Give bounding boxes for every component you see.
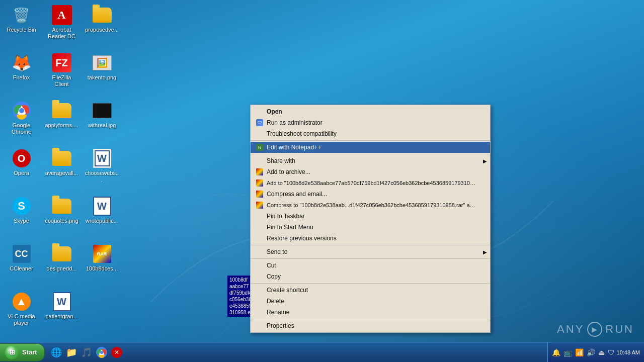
- compress-rar-email-icon: [255, 201, 265, 209]
- wrotepublic-label: wrotepublic...: [86, 218, 118, 224]
- taskbar-explorer-icon[interactable]: 📁: [64, 345, 78, 359]
- context-menu-pin-taskbar[interactable]: Pin to Taskbar: [251, 211, 490, 222]
- context-menu-compress-email[interactable]: Compress and email...: [251, 189, 490, 200]
- tray-display-icon[interactable]: 📺: [564, 348, 572, 356]
- filezilla-icon: FZ: [52, 53, 72, 73]
- choosewebs-icon: W: [92, 148, 112, 168]
- context-menu-cut[interactable]: Cut: [251, 260, 490, 271]
- withreal-icon: [92, 101, 112, 121]
- choosewebs-label: choosewebs...: [85, 170, 119, 183]
- add-archive-icon: [255, 168, 265, 176]
- skype-icon: S: [12, 196, 32, 216]
- context-menu-edit-notepad[interactable]: N Edit with Notepad++: [251, 142, 490, 153]
- opera-label: Opera: [14, 170, 29, 176]
- watermark-play-icon: ▶: [587, 322, 602, 337]
- ccleaner-icon: CC: [12, 244, 32, 264]
- tray-network-icon[interactable]: 📶: [575, 348, 584, 356]
- desktop-icon-chrome[interactable]: Google Chrome: [3, 98, 40, 146]
- desktop-icon-designedd[interactable]: designedd...: [43, 241, 80, 289]
- desktop-icon-proposedve[interactable]: proposedve...: [83, 3, 121, 50]
- context-menu-troubleshoot[interactable]: Troubleshoot compatibility: [251, 128, 490, 139]
- desktop-icon-filezilla[interactable]: FZ FileZilla Client: [43, 50, 80, 98]
- taskbar-chrome-icon[interactable]: [95, 345, 109, 359]
- context-menu-add-rar[interactable]: Add to "100b8d2e538aabce77ab570df759bd1f…: [251, 177, 490, 189]
- compress-email-icon: [255, 190, 265, 198]
- desktop-icon-skype[interactable]: S Skype: [3, 194, 40, 241]
- svg-point-4: [19, 108, 24, 113]
- share-with-arrow: ▶: [483, 158, 487, 164]
- desktop-icon-choosewebs[interactable]: W choosewebs...: [83, 146, 121, 194]
- context-menu-compress-rar-email[interactable]: Compress to "100b8d2e538aab...d1f427c056…: [251, 200, 490, 211]
- desktop-icon-acrobat[interactable]: A Acrobat Reader DC: [43, 3, 80, 50]
- desktop-icon-wrotepublic[interactable]: W wrotepublic...: [83, 194, 121, 241]
- desktop-icon-takento[interactable]: 🖼️ takento.png: [83, 50, 121, 98]
- context-menu-run-as-admin[interactable]: 🛡 Run as administrator: [251, 117, 490, 128]
- tray-action-icon[interactable]: ⏏: [598, 348, 605, 356]
- firefox-icon: 🦊: [12, 53, 32, 73]
- desktop-icon-coquotes[interactable]: coquotes.png: [43, 194, 80, 241]
- taskbar-media-icon[interactable]: 🎵: [79, 345, 94, 359]
- context-menu-cut-label: Cut: [267, 262, 276, 269]
- context-menu-add-archive-label: Add to archive...: [267, 168, 310, 175]
- context-menu-add-archive[interactable]: Add to archive...: [251, 166, 490, 177]
- desktop-icon-opera[interactable]: O Opera: [3, 146, 40, 194]
- recycle-bin-icon: 🗑️: [12, 5, 32, 25]
- start-button[interactable]: ⊞ Start: [0, 343, 45, 361]
- separator-3: [251, 245, 490, 245]
- context-menu-rename[interactable]: Rename: [251, 307, 490, 318]
- context-menu-pin-start[interactable]: Pin to Start Menu: [251, 222, 490, 233]
- desktop-icon-withreal[interactable]: withreal.jpg: [83, 98, 121, 146]
- context-menu-share-with[interactable]: Share with ▶: [251, 155, 490, 166]
- notepad-icon: N: [255, 143, 265, 151]
- desktop-icon-recycle-bin[interactable]: 🗑️ Recycle Bin: [3, 3, 40, 50]
- proposedve-icon: [92, 5, 112, 25]
- delete-icon: [255, 297, 265, 305]
- taskbar-clock[interactable]: 10:48 AM: [617, 349, 640, 355]
- create-shortcut-icon: [255, 286, 265, 294]
- tray-notifications-icon[interactable]: 🔔: [552, 348, 560, 356]
- open-icon: [255, 108, 265, 116]
- context-menu-properties[interactable]: Properties: [251, 320, 490, 331]
- desktop-icon-applyforms[interactable]: applyforms....: [43, 98, 80, 146]
- recycle-bin-label: Recycle Bin: [7, 27, 36, 33]
- context-menu-compress-email-label: Compress and email...: [267, 191, 327, 198]
- context-menu-create-shortcut-label: Create shortcut: [267, 287, 308, 294]
- taskbar-stop-icon[interactable]: ✕: [110, 345, 124, 359]
- clock-time: 10:48 AM: [617, 349, 640, 355]
- context-menu: Open 🛡 Run as administrator Troubleshoot…: [250, 105, 491, 333]
- desktop-icon-firefox[interactable]: 🦊 Firefox: [3, 50, 40, 98]
- withreal-label: withreal.jpg: [88, 122, 116, 129]
- context-menu-troubleshoot-label: Troubleshoot compatibility: [267, 130, 337, 137]
- patientgran-icon: W: [52, 292, 72, 312]
- vlc-label: VLC media player: [4, 313, 39, 326]
- proposedve-label: proposedve...: [85, 27, 119, 33]
- properties-icon: [255, 322, 265, 330]
- desktop-icon-100b8dces[interactable]: RAR 100b8dces...: [83, 241, 121, 289]
- 100b8dces-icon: RAR: [92, 244, 112, 264]
- taskbar-ie-icon[interactable]: 🌐: [49, 345, 63, 359]
- context-menu-properties-label: Properties: [267, 322, 294, 329]
- tray-volume-icon[interactable]: 🔊: [587, 348, 595, 356]
- separator-6: [251, 319, 490, 319]
- desktop-icon-vlc[interactable]: ▲ VLC media player: [3, 289, 40, 337]
- context-menu-share-with-label: Share with: [267, 157, 295, 164]
- coquotes-label: coquotes.png: [45, 218, 78, 224]
- context-menu-restore-prev[interactable]: Restore previous versions: [251, 233, 490, 244]
- context-menu-open[interactable]: Open: [251, 106, 490, 117]
- start-label: Start: [22, 348, 37, 356]
- chrome-label: Google Chrome: [4, 122, 39, 135]
- context-menu-delete[interactable]: Delete: [251, 296, 490, 307]
- tray-antivirus-icon[interactable]: 🛡: [608, 348, 615, 356]
- averageval-icon: [52, 148, 72, 168]
- context-menu-create-shortcut[interactable]: Create shortcut: [251, 285, 490, 296]
- vlc-icon: ▲: [12, 292, 32, 312]
- desktop-icon-averageval[interactable]: averagevall...: [43, 146, 80, 194]
- context-menu-send-to[interactable]: Send to ▶: [251, 246, 490, 257]
- averageval-label: averagevall...: [45, 170, 78, 176]
- context-menu-copy[interactable]: Copy: [251, 271, 490, 282]
- desktop-icon-patientgran[interactable]: W patientgran...: [43, 289, 80, 337]
- start-orb-icon: ⊞: [5, 345, 19, 359]
- opera-icon: O: [12, 148, 32, 168]
- anyrun-watermark: ANY ▶ RUN: [557, 322, 634, 337]
- desktop-icon-ccleaner[interactable]: CC CCleaner: [3, 241, 40, 289]
